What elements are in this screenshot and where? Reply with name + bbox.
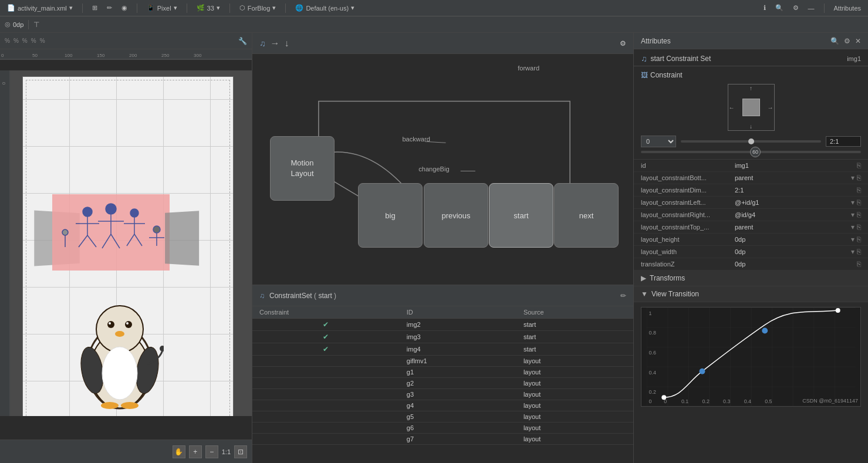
id-cell: g6 (400, 423, 516, 434)
attr-dropdown-icon[interactable]: ▾ (851, 174, 855, 182)
attr-row[interactable]: id img1 ⎘ (634, 160, 868, 172)
filename-item[interactable]: 📄 activity_main.xml ▾ (5, 3, 75, 13)
attr-row[interactable]: layout_constraintDim... 2:1 ⎘ (634, 184, 868, 197)
svg-rect-52 (647, 307, 856, 406)
attr-row[interactable]: layout_constraintTop_... parent ▾ ⎘ (634, 221, 868, 234)
motion-settings-btn[interactable]: ⚙ (620, 39, 626, 48)
attr-value-6: 0dp (735, 236, 849, 243)
attr-dropdown-icon[interactable]: ▾ (851, 248, 855, 256)
search-right-icon[interactable]: 🔍 (830, 37, 839, 45)
edit-constraint-btn[interactable]: ✏ (620, 292, 626, 300)
table-row[interactable]: ✔ img2 start (252, 319, 633, 331)
attr-copy-icon[interactable]: ⎘ (857, 198, 861, 207)
ratio-select-dropdown[interactable]: 0 (641, 136, 676, 147)
constraint-section-label: Constraint (650, 71, 683, 79)
node-start[interactable]: start (489, 183, 553, 248)
zoom-level: 1:1 (222, 448, 231, 455)
table-row[interactable]: g4 layout (252, 400, 633, 411)
svg-point-17 (106, 204, 116, 214)
zoom-in-btn[interactable]: + (189, 445, 202, 458)
ratio-controls: 0 (641, 136, 861, 147)
attr-row[interactable]: layout_height 0dp ▾ ⎘ (634, 234, 868, 246)
node-motion-layout[interactable]: Motion Layout (270, 136, 335, 201)
check-cell (252, 400, 400, 411)
help-button[interactable]: ℹ (761, 3, 768, 13)
svg-point-65 (700, 369, 705, 374)
canvas-area[interactable] (11, 70, 252, 416)
attr-dropdown-icon[interactable]: ▾ (851, 211, 855, 219)
attr-row[interactable]: layout_constraintLeft... @+id/g1 ▾ ⎘ (634, 197, 868, 209)
attr-copy-icon[interactable]: ⎘ (857, 248, 861, 256)
attr-dropdown-icon[interactable]: ▾ (851, 198, 855, 207)
attr-dropdown-icon[interactable]: ▾ (851, 235, 855, 244)
constraint-set-icon-right: ♫ (641, 54, 647, 63)
table-row[interactable]: g7 layout (252, 434, 633, 445)
graph-canvas: forward backward changeBig (252, 54, 633, 285)
add-transition-btn[interactable]: → (271, 38, 280, 49)
attr-value-8: 0dp (735, 261, 855, 268)
zoom-out-btn[interactable]: − (205, 445, 218, 458)
draw-item[interactable]: ✏ (104, 3, 114, 13)
table-row[interactable]: g5 layout (252, 411, 633, 423)
source-cell: start (516, 343, 633, 356)
app-item[interactable]: ⬡ ForBlog ▾ (237, 3, 279, 13)
ratio-60-slider[interactable]: 60 (641, 151, 861, 153)
help-icon: ℹ (764, 4, 766, 12)
layers-item[interactable]: ⊞ (90, 3, 100, 13)
attr-row[interactable]: layout_width 0dp ▾ ⎘ (634, 246, 868, 258)
attr-copy-icon[interactable]: ⎘ (857, 235, 861, 244)
figures-svg (52, 194, 170, 271)
svg-point-34 (96, 306, 143, 353)
attr-copy-icon[interactable]: ⎘ (857, 211, 861, 219)
svg-text:0.1: 0.1 (681, 398, 688, 404)
attr-name-6: layout_height (641, 236, 735, 243)
phone-frame (22, 76, 234, 416)
attr-copy-icon[interactable]: ⎘ (857, 174, 861, 182)
attr-copy-icon[interactable]: ⎘ (857, 186, 861, 194)
eye-item[interactable]: ◉ (119, 3, 130, 13)
node-big[interactable]: big (358, 183, 423, 248)
close-right-icon[interactable]: ✕ (855, 37, 861, 45)
node-next[interactable]: next (554, 183, 619, 248)
svg-text:0.6: 0.6 (649, 350, 656, 356)
table-row[interactable]: giflmv1 layout (252, 356, 633, 367)
main-layout: % % % % % 🔧 0 50 100 150 200 250 300 (0, 33, 868, 463)
table-row[interactable]: g3 layout (252, 389, 633, 400)
attr-value-5: parent (735, 224, 849, 231)
search-button[interactable]: 🔍 (773, 3, 786, 13)
fit-btn[interactable]: ⊡ (234, 445, 247, 458)
attr-copy-icon[interactable]: ⎘ (857, 260, 861, 268)
add-constraint-btn[interactable]: ↓ (285, 38, 289, 49)
ratio-slider-track[interactable] (681, 140, 821, 143)
node-previous[interactable]: previous (424, 183, 488, 248)
attr-copy-icon[interactable]: ⎘ (857, 161, 861, 170)
device-item[interactable]: 📱 Pixel ▾ (144, 3, 180, 13)
attr-dropdown-icon[interactable]: ▾ (851, 223, 855, 231)
table-row[interactable]: g6 layout (252, 423, 633, 434)
table-row[interactable]: g1 layout (252, 367, 633, 378)
view-transition-section-header[interactable]: ▼ View Transition (634, 286, 868, 302)
percent-mark-1: % (5, 38, 10, 44)
settings-button[interactable]: ⚙ (791, 3, 801, 13)
hand-tool[interactable]: ✋ (173, 445, 185, 458)
minimize-button[interactable]: — (806, 4, 817, 13)
svg-rect-0 (0, 49, 252, 60)
eye-icon: ◉ (121, 4, 127, 12)
svg-text:0.3: 0.3 (723, 398, 730, 404)
file-icon: 📄 (7, 4, 15, 12)
attr-copy-icon[interactable]: ⎘ (857, 223, 861, 231)
settings-right-icon[interactable]: ⚙ (844, 37, 850, 45)
table-row[interactable]: g2 layout (252, 378, 633, 389)
wrench-icon[interactable]: 🔧 (238, 37, 247, 45)
api-item[interactable]: 🌿 33 ▾ (194, 3, 222, 13)
svg-point-66 (762, 328, 768, 334)
transforms-section-header[interactable]: ▶ Transforms (634, 271, 868, 286)
table-row[interactable]: ✔ img3 start (252, 331, 633, 343)
table-row[interactable]: ✔ img4 start (252, 343, 633, 356)
attr-row[interactable]: layout_constraintBott... parent ▾ ⎘ (634, 172, 868, 184)
attr-row[interactable]: layout_constraintRight... @id/g4 ▾ ⎘ (634, 209, 868, 221)
locale-item[interactable]: 🌐 Default (en-us) ▾ (293, 3, 357, 13)
svg-line-16 (87, 235, 96, 247)
ratio-value-input[interactable] (826, 136, 861, 147)
attr-row[interactable]: translationZ 0dp ⎘ (634, 258, 868, 271)
